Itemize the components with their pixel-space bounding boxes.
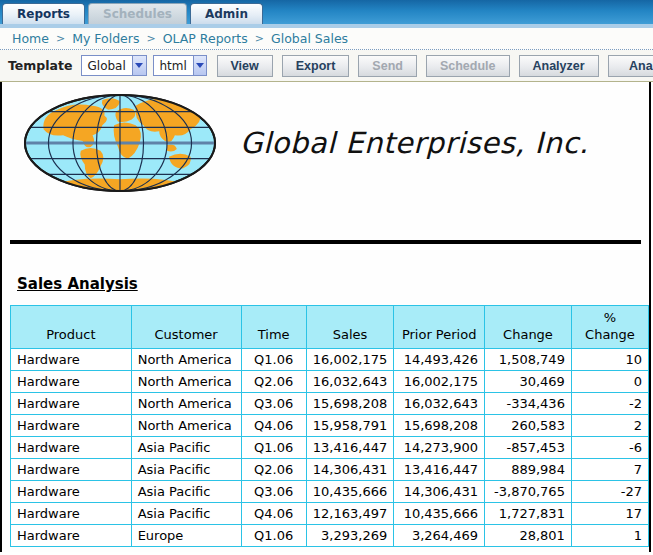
table-row: HardwareAsia PacificQ1.0613,416,44714,27…: [11, 437, 649, 459]
schedule-button[interactable]: Schedule: [426, 55, 510, 77]
table-header-cell: Customer: [131, 306, 241, 349]
table-cell: North America: [131, 393, 241, 415]
table-cell: Asia Pacific: [131, 481, 241, 503]
app-window: { "tabs": [ { "label": "Reports", "state…: [0, 0, 653, 555]
table-cell: 0: [571, 371, 648, 393]
table-cell: 15,698,208: [394, 415, 485, 437]
table-row: HardwareEuropeQ1.063,293,2693,264,46928,…: [11, 525, 649, 547]
table-cell: Hardware: [11, 481, 132, 503]
table-cell: Q4.06: [241, 415, 306, 437]
table-header-cell: Change: [485, 306, 572, 349]
table-cell: 10,435,666: [394, 503, 485, 525]
breadcrumb-my-folders[interactable]: My Folders: [72, 31, 139, 46]
table-header-cell: Time: [241, 306, 306, 349]
table-cell: 7: [571, 459, 648, 481]
table-cell: 16,032,643: [394, 393, 485, 415]
table-cell: 10,435,666: [306, 481, 393, 503]
table-cell: -2: [571, 393, 648, 415]
sales-table-body: HardwareNorth AmericaQ1.0616,002,17514,4…: [11, 349, 649, 547]
table-cell: 14,273,900: [394, 437, 485, 459]
table-cell: -6: [571, 437, 648, 459]
table-cell: 13,416,447: [394, 459, 485, 481]
table-cell: 15,958,791: [306, 415, 393, 437]
table-cell: Asia Pacific: [131, 503, 241, 525]
table-cell: Q1.06: [241, 437, 306, 459]
table-cell: Q3.06: [241, 481, 306, 503]
tab-schedules[interactable]: Schedules: [88, 3, 187, 24]
table-row: HardwareNorth AmericaQ3.0615,698,20816,0…: [11, 393, 649, 415]
table-cell: -3,870,765: [485, 481, 572, 503]
tab-admin[interactable]: Admin: [190, 3, 263, 24]
breadcrumb-home[interactable]: Home: [12, 31, 49, 46]
company-name: Global Enterprises, Inc.: [240, 126, 589, 160]
table-cell: Europe: [131, 525, 241, 547]
table-cell: Q3.06: [241, 393, 306, 415]
table-cell: 14,306,431: [306, 459, 393, 481]
template-select-value: Global: [82, 59, 132, 73]
table-cell: Hardware: [11, 437, 132, 459]
table-cell: Hardware: [11, 393, 132, 415]
table-cell: Hardware: [11, 415, 132, 437]
table-cell: 10: [571, 349, 648, 371]
table-cell: 3,293,269: [306, 525, 393, 547]
horizontal-rule: [10, 240, 641, 244]
breadcrumb-olap-reports[interactable]: OLAP Reports: [163, 31, 248, 46]
table-cell: 3,264,469: [394, 525, 485, 547]
table-cell: 889,984: [485, 459, 572, 481]
table-header-cell: Prior Period: [394, 306, 485, 349]
table-row: HardwareAsia PacificQ3.0610,435,66614,30…: [11, 481, 649, 503]
table-cell: Asia Pacific: [131, 437, 241, 459]
export-button[interactable]: Export: [282, 55, 350, 77]
table-row: HardwareAsia PacificQ2.0614,306,43113,41…: [11, 459, 649, 481]
analyzer-excel-button[interactable]: Analyzer: [608, 55, 653, 77]
breadcrumb-global-sales[interactable]: Global Sales: [271, 31, 348, 46]
report-content: Global Enterprises, Inc. Sales Analysis …: [0, 82, 651, 552]
table-row: HardwareNorth AmericaQ4.0615,958,79115,6…: [11, 415, 649, 437]
table-cell: 28,801: [485, 525, 572, 547]
table-cell: North America: [131, 349, 241, 371]
table-cell: 30,469: [485, 371, 572, 393]
view-button[interactable]: View: [217, 55, 273, 77]
table-row: HardwareNorth AmericaQ1.0616,002,17514,4…: [11, 349, 649, 371]
table-header-row: ProductCustomerTimeSalesPrior PeriodChan…: [11, 306, 649, 349]
table-cell: 16,032,643: [306, 371, 393, 393]
breadcrumb-separator: >: [56, 32, 65, 45]
main-tab-bar: Reports Schedules Admin: [0, 0, 653, 24]
table-cell: 15,698,208: [306, 393, 393, 415]
table-cell: Hardware: [11, 525, 132, 547]
tab-reports[interactable]: Reports: [2, 3, 85, 24]
format-select[interactable]: html: [153, 55, 207, 76]
table-row: HardwareNorth AmericaQ2.0616,032,64316,0…: [11, 371, 649, 393]
table-header-cell: % Change: [571, 306, 648, 349]
table-cell: Asia Pacific: [131, 459, 241, 481]
chevron-down-icon[interactable]: [193, 56, 206, 75]
breadcrumb-separator: >: [146, 32, 155, 45]
table-cell: 1: [571, 525, 648, 547]
table-cell: Q2.06: [241, 371, 306, 393]
table-cell: 16,002,175: [394, 371, 485, 393]
report-toolbar: Template Global html View Export Send Sc…: [0, 50, 653, 82]
table-cell: 14,493,426: [394, 349, 485, 371]
template-label: Template: [8, 58, 73, 73]
chevron-down-icon[interactable]: [132, 56, 146, 75]
table-cell: Q1.06: [241, 525, 306, 547]
table-cell: -857,453: [485, 437, 572, 459]
report-header: Global Enterprises, Inc.: [2, 82, 649, 194]
breadcrumb: Home > My Folders > OLAP Reports > Globa…: [0, 28, 653, 50]
template-select[interactable]: Global: [81, 55, 147, 76]
table-cell: Hardware: [11, 459, 132, 481]
table-cell: 13,416,447: [306, 437, 393, 459]
table-cell: North America: [131, 415, 241, 437]
section-title: Sales Analysis: [17, 275, 649, 293]
format-select-value: html: [154, 59, 193, 73]
analyzer-button[interactable]: Analyzer: [519, 55, 599, 77]
table-cell: Q4.06: [241, 503, 306, 525]
send-button[interactable]: Send: [358, 55, 417, 77]
table-cell: 12,163,497: [306, 503, 393, 525]
table-cell: -334,436: [485, 393, 572, 415]
table-cell: North America: [131, 371, 241, 393]
table-cell: 14,306,431: [394, 481, 485, 503]
sales-analysis-table: ProductCustomerTimeSalesPrior PeriodChan…: [10, 305, 649, 547]
table-cell: 16,002,175: [306, 349, 393, 371]
table-cell: Q2.06: [241, 459, 306, 481]
